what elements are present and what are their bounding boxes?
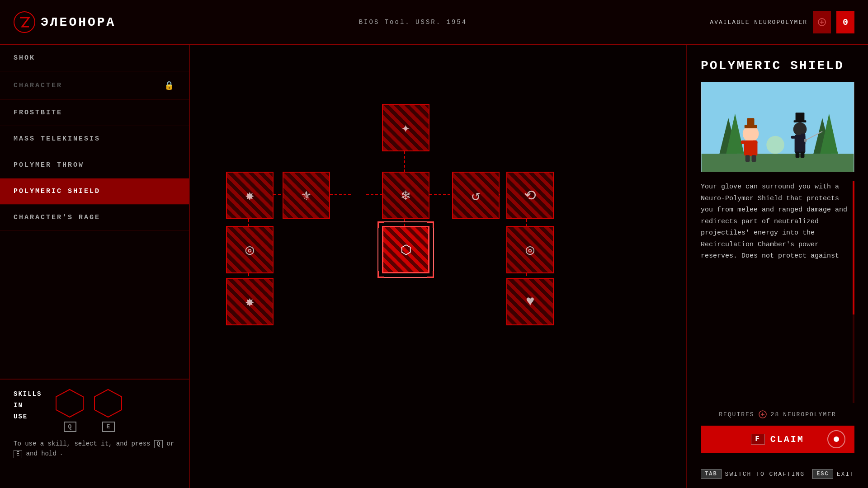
esc-key: ESC <box>812 469 833 479</box>
switch-crafting-button[interactable]: TAB SWITCH TO CRAFTING <box>701 469 805 479</box>
sidebar: SHOK CHARACTER 🔒 FROSTBITE MASS TELEKINE… <box>0 45 190 488</box>
neuropolymer-count: 0 <box>836 11 854 33</box>
q-key-badge: Q <box>64 422 77 432</box>
skill-illustration <box>701 82 854 172</box>
tab-key: TAB <box>701 469 722 479</box>
svg-rect-26 <box>745 155 750 162</box>
logo-icon <box>14 11 35 33</box>
skill-node-n10[interactable]: ✸ <box>226 278 274 325</box>
svg-rect-17 <box>702 154 854 172</box>
e-inline-key: E <box>14 450 22 458</box>
header-right: AVAILABLE NEUROPOLYMER 0 <box>710 11 854 33</box>
sidebar-item-mass-telekinesis[interactable]: MASS TELEKINESIS <box>0 126 189 152</box>
skills-hint: To use a skill, select it, and press Q o… <box>14 439 175 459</box>
requires-amount: 28 <box>771 411 780 418</box>
skill-slots: Q E <box>55 389 123 432</box>
right-panel: POLYMERIC SHIELD <box>687 45 868 488</box>
node-icon-n2: ✸ <box>245 187 254 205</box>
skill-node-n3[interactable]: ⚜ <box>283 172 330 219</box>
skills-panel-title: SKILLS IN USE <box>14 389 42 423</box>
svg-rect-25 <box>752 141 758 144</box>
svg-rect-37 <box>796 113 805 122</box>
claim-circle <box>827 430 845 448</box>
skill-node-n5[interactable]: ↺ <box>452 172 500 219</box>
skill-node-n2[interactable]: ✸ <box>226 172 274 219</box>
sidebar-item-frostbite[interactable]: FROSTBITE <box>0 100 189 126</box>
e-key-badge: E <box>102 422 115 432</box>
skill-node-n7[interactable]: ◎ <box>226 226 274 273</box>
lock-icon: 🔒 <box>164 80 175 90</box>
sidebar-item-polymer-throw[interactable]: POLYMER THROW <box>0 152 189 178</box>
switch-crafting-label: SWITCH TO CRAFTING <box>725 471 805 478</box>
bottom-bar: TAB SWITCH TO CRAFTING ESC EXIT <box>701 462 854 488</box>
character-name: ЭЛЕОНОРА <box>41 15 116 29</box>
skill-node-n8[interactable]: ⬡ <box>382 226 429 273</box>
neuropolymer-label: AVAILABLE NEUROPOLYMER <box>710 19 807 26</box>
requires-resource: NEUROPOLYMER <box>783 411 836 418</box>
node-icon-n11: ♥ <box>526 293 534 310</box>
svg-rect-35 <box>800 151 804 158</box>
header: ЭЛЕОНОРА BIOS Tool. USSR. 1954 AVAILABLE… <box>0 0 868 45</box>
skill-slot-q: Q <box>55 389 85 432</box>
svg-rect-34 <box>796 151 800 158</box>
hexagon-slot-q <box>55 389 85 418</box>
header-subtitle: BIOS Tool. USSR. 1954 <box>116 19 710 26</box>
node-icon-n8: ⬡ <box>401 242 411 258</box>
q-inline-key: Q <box>154 440 163 448</box>
skills-list: SHOK CHARACTER 🔒 FROSTBITE MASS TELEKINE… <box>0 45 189 380</box>
node-icon-n6: ⟲ <box>524 187 536 205</box>
scroll-bar[interactable] <box>853 181 854 403</box>
svg-rect-24 <box>741 141 746 144</box>
node-icon-n9: ◎ <box>526 241 534 259</box>
exit-button[interactable]: ESC EXIT <box>812 469 854 479</box>
neuropolymer-req-icon <box>758 410 767 419</box>
node-icon-n10: ✸ <box>245 293 254 311</box>
skill-node-n4[interactable]: ❄ <box>382 172 429 219</box>
skill-node-n11[interactable]: ♥ <box>506 278 554 325</box>
skills-panel: SKILLS IN USE Q E <box>0 380 189 488</box>
neuropolymer-icon <box>813 11 831 33</box>
svg-rect-39 <box>804 139 807 142</box>
skill-node-n6[interactable]: ⟲ <box>506 172 554 219</box>
node-icon-n5: ↺ <box>472 187 480 205</box>
node-icon-n7: ◎ <box>245 241 254 259</box>
claim-button[interactable]: F CLAIM <box>701 426 854 453</box>
skill-description: Your glove can surround you with a Neuro… <box>701 181 854 262</box>
sidebar-item-character[interactable]: CHARACTER 🔒 <box>0 71 189 100</box>
node-icon-n4: ❄ <box>401 187 410 205</box>
header-logo: ЭЛЕОНОРА <box>14 11 116 33</box>
svg-rect-27 <box>752 155 756 162</box>
svg-marker-3 <box>56 389 83 417</box>
skill-title: POLYMERIC SHIELD <box>701 59 854 73</box>
svg-rect-29 <box>747 118 755 126</box>
hexagon-slot-e <box>94 389 123 418</box>
sidebar-item-characters-rage[interactable]: CHARACTER'S RAGE <box>0 205 189 231</box>
svg-marker-4 <box>94 389 122 417</box>
skill-node-n9[interactable]: ◎ <box>506 226 554 273</box>
main-container: SHOK CHARACTER 🔒 FROSTBITE MASS TELEKINE… <box>0 45 868 488</box>
skill-description-wrapper: Your glove can surround you with a Neuro… <box>701 181 854 403</box>
scroll-thumb <box>853 181 854 314</box>
node-icon-n1: ✦ <box>401 119 410 137</box>
f-key: F <box>751 434 765 445</box>
claim-label: CLAIM <box>770 434 804 445</box>
skill-slot-e: E <box>94 389 123 432</box>
sidebar-item-shok[interactable]: SHOK <box>0 45 189 71</box>
sidebar-item-polymeric-shield[interactable]: POLYMERIC SHIELD <box>0 178 189 205</box>
exit-label: EXIT <box>837 471 854 478</box>
skill-node-n1[interactable]: ✦ <box>382 104 429 151</box>
svg-point-40 <box>766 136 784 154</box>
skill-image <box>701 82 854 172</box>
svg-rect-32 <box>791 136 796 139</box>
skill-tree: ✦ ✸ ⚜ ❄ ↺ ⟲ ◎ ⬡ ◎ ✸ ♥ <box>190 45 687 488</box>
requires-label: REQUIRES <box>719 411 754 418</box>
requires-row: REQUIRES 28 NEUROPOLYMER <box>701 403 854 426</box>
node-icon-n3: ⚜ <box>302 187 311 205</box>
